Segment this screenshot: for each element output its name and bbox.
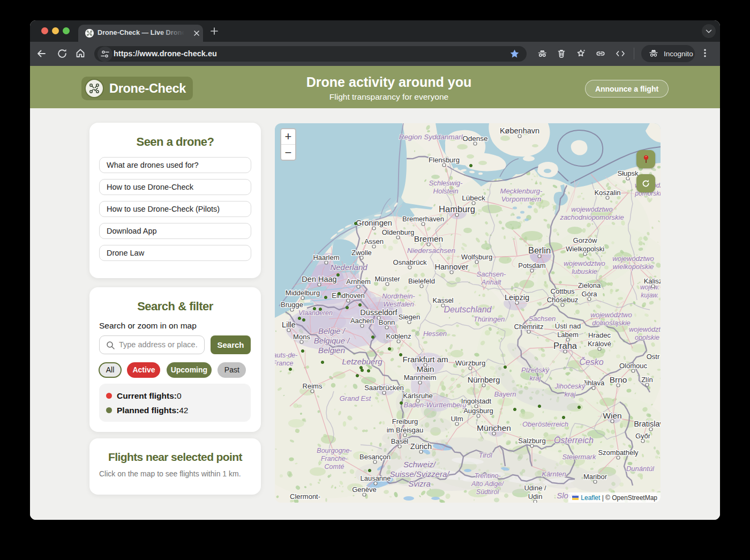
svg-text:Düsseldorf: Düsseldorf	[360, 308, 398, 317]
svg-text:Potsdam: Potsdam	[518, 262, 545, 270]
svg-text:Steiermark: Steiermark	[562, 453, 597, 461]
svg-text:Belgique /: Belgique /	[314, 336, 351, 345]
svg-text:Wielkopolski: Wielkopolski	[566, 245, 604, 253]
svg-text:Odense: Odense	[462, 135, 488, 143]
svg-text:Flensburg: Flensburg	[429, 156, 460, 164]
svg-text:Ústí nad: Ústí nad	[555, 322, 581, 330]
svg-text:Osnabrück: Osnabrück	[393, 258, 427, 266]
svg-text:Zwolle: Zwolle	[351, 249, 372, 257]
svg-text:Genève: Genève	[352, 486, 377, 494]
svg-text:Salzburg: Salzburg	[518, 437, 545, 445]
svg-text:Anhalt: Anhalt	[481, 278, 502, 286]
svg-text:Schweiz/: Schweiz/	[403, 460, 437, 469]
svg-text:Ingolstadt: Ingolstadt	[461, 397, 492, 405]
svg-text:Niedersachsen: Niedersachsen	[407, 247, 455, 255]
svg-text:Haarlem: Haarlem	[313, 253, 339, 262]
svg-text:dolnośląskie: dolnośląskie	[592, 319, 631, 327]
svg-text:Karlsruhe: Karlsruhe	[403, 392, 433, 400]
svg-text:Česko: Česko	[579, 357, 603, 367]
svg-text:Nürnberg: Nürnberg	[468, 376, 500, 384]
svg-text:Chemnitz: Chemnitz	[514, 323, 544, 331]
svg-text:Nordrhein-: Nordrhein-	[382, 292, 415, 300]
svg-text:zachodniopomorskie: zachodniopomorskie	[559, 213, 624, 221]
svg-text:Dunántúl: Dunántúl	[626, 465, 655, 473]
svg-text:Maribor: Maribor	[583, 473, 608, 481]
svg-text:Sachsen-: Sachsen-	[477, 270, 507, 278]
svg-text:Bourgogne-: Bourgogne-	[317, 447, 351, 454]
svg-text:Frankfurt am: Frankfurt am	[402, 355, 448, 364]
svg-text:Zielona: Zielona	[578, 281, 601, 289]
svg-text:Südtirol: Südtirol	[476, 488, 500, 496]
svg-text:Siegen: Siegen	[399, 313, 420, 321]
svg-text:Szombathely: Szombathely	[598, 449, 639, 457]
svg-text:Saarbrücken: Saarbrücken	[364, 384, 404, 392]
svg-text:Hannover: Hannover	[435, 263, 469, 271]
svg-text:Comté: Comté	[325, 463, 344, 471]
svg-text:Den Haag: Den Haag	[302, 275, 336, 283]
svg-text:Nederland: Nederland	[330, 263, 368, 272]
svg-text:Sachsen: Sachsen	[529, 315, 556, 323]
svg-text:Bayern: Bayern	[494, 390, 516, 398]
svg-text:Hamburg: Hamburg	[439, 204, 475, 214]
svg-text:Ostr: Ostr	[647, 353, 660, 361]
svg-text:Udine /: Udine /	[524, 484, 546, 492]
svg-text:Brugge: Brugge	[281, 301, 303, 309]
svg-text:Wolfsburg: Wolfsburg	[461, 253, 492, 261]
svg-text:Österreich: Österreich	[554, 436, 594, 445]
svg-text:Lübeck: Lübeck	[462, 194, 485, 202]
svg-text:Suisse/Svizzera/: Suisse/Svizzera/	[390, 469, 451, 479]
svg-text:Baden-Württemberg: Baden-Württemberg	[403, 401, 467, 409]
svg-text:Mons: Mons	[293, 333, 310, 341]
svg-text:France: France	[275, 360, 293, 367]
svg-text:Reims: Reims	[303, 382, 322, 390]
svg-text:Hessen: Hessen	[423, 330, 447, 338]
svg-text:Grand Est: Grand Est	[340, 394, 372, 402]
svg-text:Bremen: Bremen	[414, 234, 443, 243]
svg-text:Olomouc: Olomouc	[619, 362, 648, 370]
svg-text:Tirol: Tirol	[478, 451, 492, 459]
svg-text:Bremerhaven: Bremerhaven	[402, 215, 444, 223]
svg-text:Berlin: Berlin	[528, 245, 551, 255]
svg-text:Letzebuerg: Letzebuerg	[342, 357, 382, 366]
svg-text:Słupsk: Słupsk	[617, 169, 639, 177]
svg-text:Koszalin: Koszalin	[594, 189, 620, 197]
svg-text:Cottbus: Cottbus	[551, 287, 575, 295]
svg-text:Trentino-: Trentino-	[474, 472, 500, 480]
svg-text:kraj: kraj	[530, 374, 542, 382]
svg-text:Chóśebuz: Chóśebuz	[547, 296, 579, 304]
svg-text:Zürich: Zürich	[410, 442, 432, 451]
svg-text:lubuskie: lubuskie	[572, 267, 597, 275]
svg-text:Eindhoven: Eindhoven	[332, 292, 364, 300]
svg-text:Westfalen: Westfalen	[383, 300, 414, 308]
svg-text:Deutschland: Deutschland	[444, 305, 492, 314]
svg-text:Gorzów: Gorzów	[573, 236, 597, 244]
svg-text:województwo: województwo	[612, 255, 654, 263]
svg-text:Hauts-de-: Hauts-de-	[275, 352, 297, 359]
svg-text:Belgien: Belgien	[318, 346, 345, 355]
svg-text:Hradec: Hradec	[588, 331, 611, 339]
svg-text:Leipzig: Leipzig	[505, 293, 529, 302]
svg-text:Main: Main	[417, 364, 434, 374]
svg-text:Jihočeský: Jihočeský	[554, 382, 586, 390]
svg-text:Koblenz: Koblenz	[386, 332, 411, 340]
svg-text:województw: województw	[629, 326, 661, 333]
svg-text:Bielefeld: Bielefeld	[408, 277, 435, 285]
svg-text:Würzburg: Würzburg	[455, 359, 485, 367]
svg-text:Kärnten: Kärnten	[542, 470, 566, 478]
svg-text:kujaw.: kujaw.	[641, 292, 658, 299]
svg-text:Kassel: Kassel	[432, 296, 453, 304]
svg-text:Oberösterreich: Oberösterreich	[522, 420, 568, 428]
svg-text:Praha: Praha	[553, 341, 578, 350]
svg-text:kraj: kraj	[565, 390, 576, 398]
svg-text:Middelburg: Middelburg	[286, 289, 320, 297]
svg-text:Svizra: Svizra	[408, 479, 431, 488]
svg-text:Thüringen: Thüringen	[474, 315, 505, 323]
svg-text:im Breisgau: im Breisgau	[387, 426, 424, 434]
svg-text:Münster: Münster	[375, 275, 401, 283]
svg-text:Region Syddanmark: Region Syddanmark	[399, 133, 466, 141]
svg-text:München: München	[477, 423, 511, 432]
svg-text:opolskie: opolskie	[635, 334, 659, 341]
svg-text:Králové: Králové	[588, 340, 611, 348]
svg-text:Jihlava: Jihlava	[583, 379, 605, 387]
svg-text:Bratislava: Bratislava	[634, 420, 661, 428]
